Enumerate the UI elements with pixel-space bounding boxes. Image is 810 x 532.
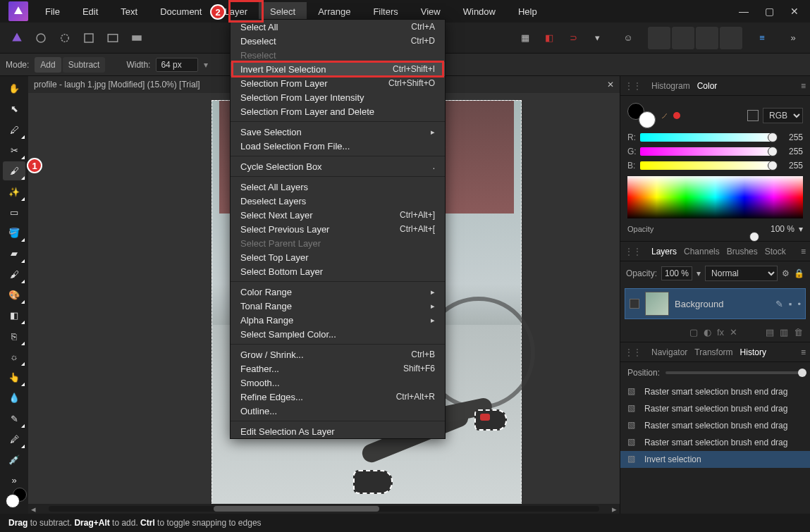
menu-item-select-bottom-layer[interactable]: Select Bottom Layer: [231, 264, 445, 278]
menu-item-select-all-layers[interactable]: Select All Layers: [231, 180, 445, 194]
channel-value[interactable]: 255: [779, 132, 803, 142]
menu-item-load-selection-from-file-[interactable]: Load Selection From File...: [231, 139, 445, 153]
clone-tool-icon[interactable]: ⎘: [3, 326, 25, 345]
adjustment-icon[interactable]: ◐: [704, 327, 711, 338]
chevron-down-icon[interactable]: ▾: [697, 268, 701, 278]
flood-fill-tool-icon[interactable]: 🪣: [3, 223, 25, 242]
menu-item-select-all[interactable]: Select AllCtrl+A: [231, 20, 445, 34]
persona-develop-icon[interactable]: [54, 27, 76, 49]
blend-mode-select[interactable]: Normal: [705, 266, 778, 281]
tab-channels[interactable]: Channels: [684, 247, 720, 256]
layer-row[interactable]: Background ✎ ▪ •: [625, 288, 806, 319]
menu-item-select-previous-layer[interactable]: Select Previous LayerCtrl+Alt+[: [231, 222, 445, 236]
tab-stock[interactable]: Stock: [765, 247, 786, 256]
mode-add[interactable]: Add: [35, 57, 61, 73]
panel-options-icon[interactable]: ≡: [801, 81, 806, 91]
channel-slider[interactable]: [640, 133, 775, 142]
minimize-button[interactable]: —: [731, 1, 756, 21]
chevron-down-icon[interactable]: ▾: [204, 60, 214, 70]
eyedropper-icon[interactable]: ⟋: [660, 111, 669, 121]
opacity-value[interactable]: 100 %: [761, 224, 794, 234]
group-icon[interactable]: ▥: [780, 327, 788, 338]
menu-view[interactable]: View: [410, 2, 452, 21]
menu-item-alpha-range[interactable]: Alpha Range: [231, 313, 445, 327]
mode-subtract[interactable]: Subtract: [63, 57, 106, 73]
history-item[interactable]: ▧Raster smart selection brush end drag: [620, 434, 810, 451]
maximize-button[interactable]: ▢: [756, 1, 782, 21]
marquee-tool-icon[interactable]: ▭: [3, 203, 25, 222]
color-swatch[interactable]: [6, 492, 23, 508]
menu-document[interactable]: Document: [149, 2, 213, 21]
smudge-tool-icon[interactable]: 👆: [3, 368, 25, 387]
channel-slider[interactable]: [640, 147, 775, 156]
snapping-icon[interactable]: ⊃: [562, 27, 584, 49]
menu-item-grow-shrink-[interactable]: Grow / Shrink...Ctrl+B: [231, 347, 445, 361]
history-item[interactable]: ▧Raster smart selection brush end drag: [620, 400, 810, 417]
erase-tool-icon[interactable]: ◧: [3, 306, 25, 325]
menu-item-deselect-layers[interactable]: Deselect Layers: [231, 194, 445, 208]
blur-tool-icon[interactable]: 💧: [3, 388, 25, 407]
drag-handle-icon[interactable]: ⋮⋮: [625, 247, 642, 256]
persona-tone-icon[interactable]: [78, 27, 100, 49]
menu-window[interactable]: Window: [452, 2, 507, 21]
menu-item-tonal-range[interactable]: Tonal Range: [231, 299, 445, 313]
color-mode-select[interactable]: RGB: [763, 108, 803, 123]
menu-item-select-sampled-color-[interactable]: Select Sampled Color...: [231, 327, 445, 341]
channel-slider[interactable]: [640, 161, 775, 170]
chevron-down-icon[interactable]: ▾: [586, 27, 608, 49]
menu-item-deselect[interactable]: DeselectCtrl+D: [231, 34, 445, 48]
menu-text[interactable]: Text: [109, 2, 149, 21]
channel-value[interactable]: 255: [779, 161, 803, 171]
horizontal-scrollbar[interactable]: ◂ ▸: [28, 504, 620, 514]
color-well-icon[interactable]: [747, 110, 759, 121]
paint-brush-tool-icon[interactable]: 🖌: [3, 265, 25, 284]
menu-item-color-range[interactable]: Color Range: [231, 285, 445, 299]
tb-slot-4[interactable]: [720, 27, 742, 49]
menu-item-selection-from-layer[interactable]: Selection From LayerCtrl+Shift+O: [231, 76, 445, 90]
selection-brush-tool-icon[interactable]: 🖌: [3, 161, 25, 180]
crop-tool-icon[interactable]: ✂: [3, 141, 25, 160]
persona-export-icon[interactable]: [102, 27, 124, 49]
swatch-pair[interactable]: [627, 103, 656, 128]
hand-tool-icon[interactable]: ✋: [3, 79, 25, 98]
panel-options-icon[interactable]: ≡: [801, 247, 806, 256]
eyedropper-tool-icon[interactable]: 💉: [3, 450, 25, 469]
flood-select-tool-icon[interactable]: ✨: [3, 182, 25, 201]
persona-panorama-icon[interactable]: [125, 27, 148, 49]
mask-icon[interactable]: ▢: [689, 327, 698, 338]
crop-layer-icon[interactable]: ✕: [730, 327, 737, 338]
menu-item-cycle-selection-box[interactable]: Cycle Selection Box.: [231, 159, 445, 173]
tb-slot-1[interactable]: [648, 27, 670, 49]
menu-item-selection-from-layer-intensity[interactable]: Selection From Layer Intensity: [231, 90, 445, 104]
panel-options-icon[interactable]: ≡: [801, 347, 806, 357]
menu-edit[interactable]: Edit: [71, 2, 109, 21]
layer-lock-icon[interactable]: ▪: [789, 299, 792, 309]
tab-brushes[interactable]: Brushes: [727, 247, 758, 256]
drag-handle-icon[interactable]: ⋮⋮: [625, 347, 642, 357]
spray-tool-icon[interactable]: 🎨: [3, 285, 25, 304]
tab-transform[interactable]: Transform: [694, 347, 732, 357]
move-tool-icon[interactable]: ⬉: [3, 99, 25, 118]
layer-opacity-value[interactable]: 100 %: [661, 266, 692, 280]
gear-icon[interactable]: ⚙: [782, 268, 790, 278]
history-item[interactable]: ▧Raster smart selection brush end drag: [620, 417, 810, 434]
chevron-down-icon[interactable]: ▾: [799, 224, 803, 234]
menu-item-feather-[interactable]: Feather...Shift+F6: [231, 361, 445, 376]
tb-slot-3[interactable]: [696, 27, 718, 49]
menu-filters[interactable]: Filters: [362, 2, 409, 21]
history-position-slider[interactable]: [665, 371, 803, 374]
menu-item-invert-pixel-selection[interactable]: Invert Pixel SelectionCtrl+Shift+I: [231, 62, 445, 76]
menu-item-outline-[interactable]: Outline...: [231, 404, 445, 418]
persona-liquify-icon[interactable]: [30, 27, 52, 49]
width-input[interactable]: [156, 58, 198, 72]
grid-icon[interactable]: ▦: [514, 27, 536, 49]
fx-icon[interactable]: fx: [717, 327, 724, 338]
color-picker-field[interactable]: [627, 176, 803, 218]
persona-photo-icon[interactable]: [6, 27, 28, 49]
menu-item-refine-edges-[interactable]: Refine Edges...Ctrl+Alt+R: [231, 390, 445, 404]
history-item[interactable]: ▧Raster smart selection brush end drag: [620, 383, 810, 400]
menu-item-selection-from-layer-and-delete[interactable]: Selection From Layer and Delete: [231, 104, 445, 118]
channel-value[interactable]: 255: [779, 147, 803, 156]
color-picker-tool-icon[interactable]: 🖊: [3, 120, 25, 140]
delete-layer-icon[interactable]: 🗑: [794, 327, 803, 338]
